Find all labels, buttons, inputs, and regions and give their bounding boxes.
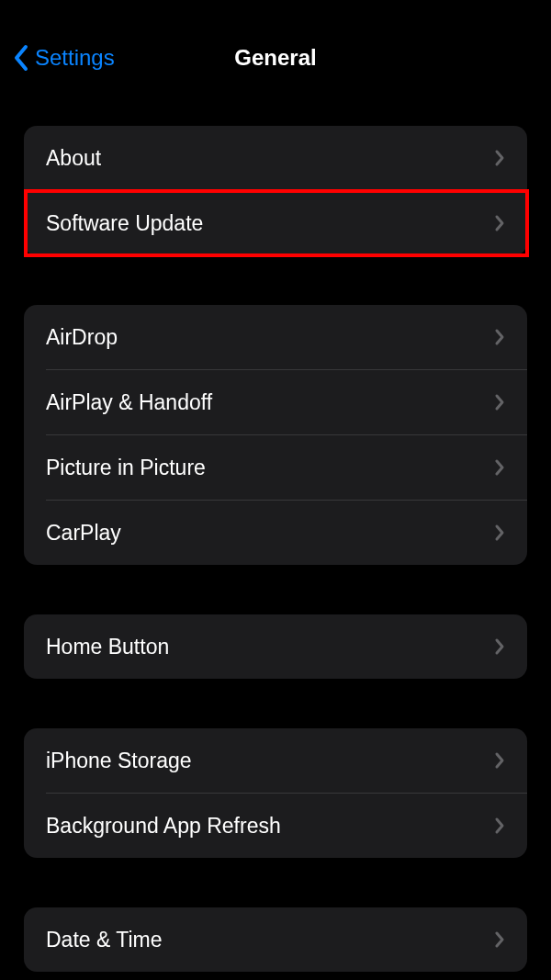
chevron-right-icon: [494, 817, 505, 835]
settings-group: About Software Update: [24, 126, 527, 255]
row-label: AirPlay & Handoff: [46, 390, 212, 415]
row-label: CarPlay: [46, 521, 121, 546]
chevron-right-icon: [494, 458, 505, 477]
row-airplay-handoff[interactable]: AirPlay & Handoff: [24, 370, 527, 434]
chevron-right-icon: [494, 930, 505, 949]
settings-group: iPhone Storage Background App Refresh: [24, 728, 527, 858]
chevron-right-icon: [494, 393, 505, 411]
row-carplay[interactable]: CarPlay: [24, 501, 527, 565]
chevron-right-icon: [494, 637, 505, 656]
row-airdrop[interactable]: AirDrop: [24, 305, 527, 369]
row-label: Date & Time: [46, 928, 163, 952]
row-date-time[interactable]: Date & Time: [24, 907, 527, 972]
chevron-right-icon: [494, 524, 505, 542]
row-about[interactable]: About: [24, 126, 527, 190]
navigation-bar: Settings General: [0, 0, 551, 92]
row-label: Picture in Picture: [46, 456, 206, 480]
row-home-button[interactable]: Home Button: [24, 614, 527, 679]
row-label: Home Button: [46, 635, 169, 659]
row-label: AirDrop: [46, 325, 118, 350]
row-background-app-refresh[interactable]: Background App Refresh: [24, 794, 527, 858]
settings-group: Date & Time: [24, 907, 527, 972]
row-picture-in-picture[interactable]: Picture in Picture: [24, 435, 527, 500]
page-title: General: [234, 45, 316, 71]
chevron-right-icon: [494, 751, 505, 770]
chevron-right-icon: [494, 149, 505, 167]
row-iphone-storage[interactable]: iPhone Storage: [24, 728, 527, 793]
chevron-right-icon: [494, 214, 505, 232]
row-software-update[interactable]: Software Update: [24, 191, 527, 255]
chevron-right-icon: [494, 328, 505, 346]
settings-group: Home Button: [24, 614, 527, 679]
back-button[interactable]: Settings: [7, 44, 115, 72]
row-label: Software Update: [46, 211, 203, 236]
settings-group: AirDrop AirPlay & Handoff Picture in Pic…: [24, 305, 527, 565]
content-area: About Software Update AirDrop AirPlay & …: [0, 92, 551, 972]
row-label: iPhone Storage: [46, 749, 192, 773]
chevron-left-icon: [13, 44, 29, 72]
back-label: Settings: [35, 45, 115, 71]
row-label: Background App Refresh: [46, 814, 281, 839]
row-label: About: [46, 146, 101, 171]
